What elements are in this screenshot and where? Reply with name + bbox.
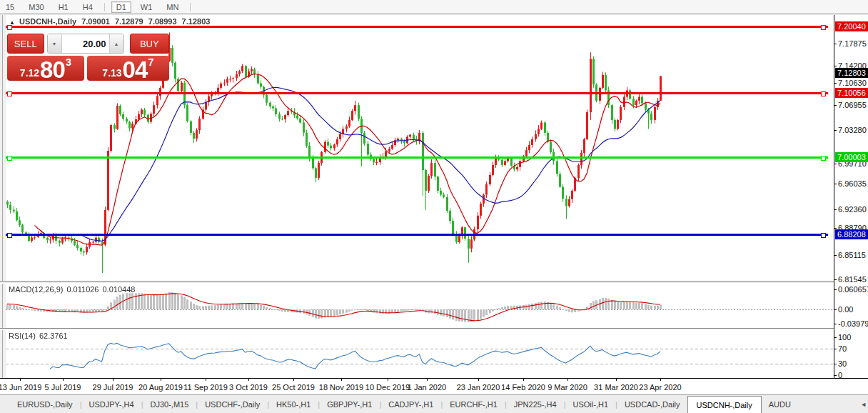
volume-stepper: ▼ ▲ (47, 34, 124, 54)
one-click-trading-panel: SELL ▼ ▲ BUY 7.12803 7.13047 (7, 34, 169, 81)
date-tick: 3 Oct 2019 (229, 383, 268, 392)
chart-tab-cadjpyh1[interactable]: CADJPY-,H1 (381, 400, 440, 409)
price-tick-6.81545: 6.81545 (838, 275, 867, 284)
price-tick-6.85115: 6.85115 (838, 251, 866, 259)
timeframe-button-h1[interactable]: H1 (54, 1, 74, 13)
chart-tab-hk50h1[interactable]: HK50-,H1 (269, 400, 318, 409)
price-tick-30: 30 (838, 359, 847, 368)
date-tick: 13 Jun 2019 (0, 383, 41, 392)
price-tick-7.17875: 7.17875 (838, 39, 867, 48)
sell-price-prefix: 7.12 (20, 68, 39, 78)
sell-button[interactable]: SELL (7, 34, 44, 54)
date-tick: 11 Sep 2019 (183, 383, 228, 392)
date-tick: 20 Aug 2019 (138, 383, 183, 392)
date-tick: 29 Jul 2019 (93, 383, 133, 392)
price-tick-7.03280: 7.03280 (838, 126, 867, 134)
horizontal-line-7.20040[interactable] (6, 26, 828, 28)
date-tick: 1 Jan 2020 (408, 383, 446, 392)
date-axis: 13 Jun 20195 Jul 201929 Jul 201920 Aug 2… (0, 378, 868, 395)
line-handle-left[interactable] (7, 233, 12, 238)
macd-label: MACD(12,26,9)0.0110260.010448 (9, 285, 138, 294)
tab-scroll-left-icon[interactable]: ◄ (860, 401, 867, 408)
chart-tab-eurusddaily[interactable]: EURUSD-,Daily (10, 400, 80, 409)
rsi-label: RSI(14)62.3761 (9, 332, 71, 340)
price-tick-7.06955: 7.06955 (838, 101, 867, 109)
price-tick-100: 100 (838, 333, 851, 342)
sell-price-big-digits: 80 (40, 59, 65, 81)
line-handle-right[interactable] (821, 233, 826, 238)
date-tick: 31 Mar 2020 (594, 383, 638, 392)
line-handle-left[interactable] (7, 156, 12, 161)
price-badge-6.88208: 6.88208 (835, 229, 868, 239)
ohlc-low-value: 7.08993 (148, 17, 177, 26)
date-tick: 5 Jul 2019 (45, 383, 81, 392)
timeframe-button-w1[interactable]: W1 (136, 1, 158, 13)
ohlc-high-value: 7.12879 (115, 17, 143, 26)
macd-signal-value: 0.010448 (103, 285, 136, 294)
timeframe-button-d1[interactable]: D1 (111, 1, 131, 13)
horizontal-line-7.00003[interactable] (6, 156, 828, 159)
chart-tab-overflow[interactable]: AUDU (762, 400, 798, 409)
chart-tabs-bar: EURUSD-,Daily|USDJPY-,H4|DJ30-,M15|USDCH… (0, 394, 868, 413)
date-tick: 25 Oct 2019 (272, 383, 315, 392)
chart-tab-usdchfdaily[interactable]: USDCHF-,Daily (198, 400, 267, 409)
horizontal-line-6.88208[interactable] (6, 234, 828, 236)
chart-ohlc-header: ▲ USDCNH-,Daily 7.09001 7.12879 7.08993 … (9, 17, 213, 26)
chart-tab-usoilh1[interactable]: USOil-,H1 (566, 400, 616, 409)
sell-price-pip-digit: 3 (66, 56, 71, 67)
volume-decrease-button[interactable]: ▼ (48, 34, 62, 53)
rsi-canvas[interactable] (6, 330, 834, 377)
price-badge-7.12803: 7.12803 (835, 68, 868, 78)
timeframe-toolbar: 15M30H1H4D1W1MN (0, 0, 868, 14)
buy-price-pip-digit: 7 (148, 56, 153, 67)
line-handle-right[interactable] (821, 156, 826, 161)
date-tick: 23 Apr 2020 (639, 383, 681, 392)
toolbar-separator (104, 3, 105, 11)
price-axis: 7.178757.142007.106307.069557.032806.997… (834, 15, 868, 378)
date-tick: 18 Nov 2019 (319, 383, 363, 392)
date-tick: 9 Mar 2020 (547, 383, 587, 392)
timeframe-button-m30[interactable]: M30 (24, 1, 49, 13)
macd-name: MACD(12,26,9) (9, 285, 63, 294)
price-tick-0.060657: 0.060657 (838, 285, 868, 294)
line-handle-left[interactable] (7, 91, 12, 96)
timeframe-button-h4[interactable]: H4 (78, 1, 98, 13)
chart-tab-eurchfh1[interactable]: EURCHF-,H1 (443, 400, 505, 409)
volume-increase-button[interactable]: ▲ (109, 34, 123, 53)
line-handle-left[interactable] (7, 25, 12, 30)
main-chart-panel: ▲ USDCNH-,Daily 7.09001 7.12879 7.08993 … (6, 15, 834, 281)
volume-input[interactable] (62, 34, 109, 53)
price-tick-70: 70 (838, 344, 847, 353)
chart-tab-dj30m15[interactable]: DJ30-,M15 (143, 400, 196, 409)
price-badge-7.10056: 7.10056 (835, 88, 868, 98)
macd-panel: MACD(12,26,9)0.0110260.010448 (6, 284, 834, 328)
buy-price-big-digits: 04 (123, 59, 148, 81)
date-tick: 14 Feb 2020 (501, 383, 545, 392)
timeframe-button-mn[interactable]: MN (161, 1, 183, 13)
price-tick-6.96035: 6.96035 (838, 179, 867, 188)
chart-tab-usdjpyh4[interactable]: USDJPY-,H4 (81, 400, 141, 409)
date-tick: 10 Dec 2019 (365, 383, 410, 392)
horizontal-line-7.10056[interactable] (6, 92, 828, 94)
toolbar-separator (190, 3, 191, 11)
buy-price-display[interactable]: 7.13047 (87, 56, 169, 81)
collapse-chart-icon[interactable]: ▲ (9, 19, 15, 26)
line-handle-right[interactable] (821, 91, 826, 96)
ohlc-close-value: 7.12803 (182, 17, 211, 26)
chart-tab-gbpjpyh1[interactable]: GBPJPY-,H1 (320, 400, 379, 409)
chart-tab-usdcaddaily[interactable]: USDCAD-,Daily (617, 400, 687, 409)
sell-price-display[interactable]: 7.12803 (7, 56, 84, 81)
timeframe-button-15[interactable]: 15 (1, 1, 19, 13)
macd-main-value: 0.011026 (66, 285, 99, 294)
price-tick--0.039792: -0.039792 (838, 319, 868, 328)
ohlc-open-value: 7.09001 (81, 17, 110, 26)
rsi-name: RSI(14) (9, 332, 36, 340)
price-tick-0.00: 0.00 (838, 305, 853, 314)
chart-tab-usdcnhdaily[interactable]: USDCNH-,Daily (687, 396, 762, 413)
line-handle-right[interactable] (821, 25, 826, 30)
price-badge-7.20040: 7.20040 (835, 21, 868, 31)
buy-price-prefix: 7.13 (102, 68, 121, 78)
chart-tab-jpn225h4[interactable]: JPN225-,H4 (507, 400, 564, 409)
rsi-panel: RSI(14)62.3761 (6, 330, 834, 377)
buy-button[interactable]: BUY (130, 34, 169, 54)
